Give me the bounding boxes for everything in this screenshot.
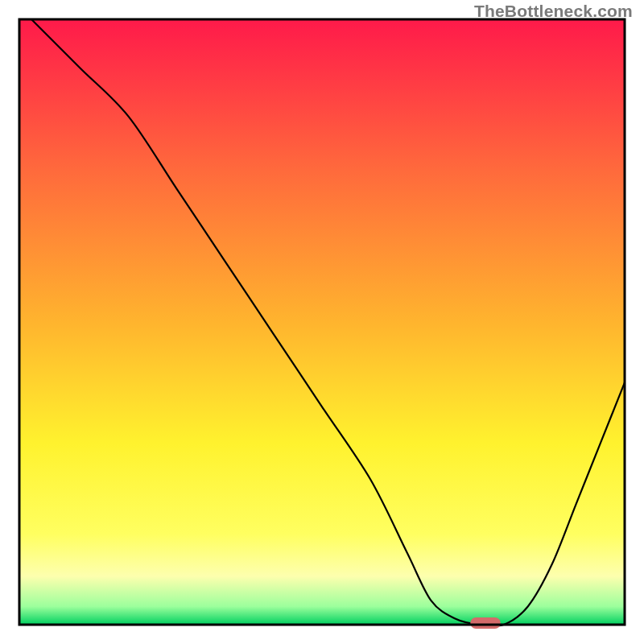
chart-container: TheBottleneck.com bbox=[0, 0, 644, 644]
watermark-label: TheBottleneck.com bbox=[474, 2, 633, 21]
bottleneck-chart bbox=[0, 0, 644, 644]
optimal-marker bbox=[470, 617, 501, 629]
chart-background bbox=[19, 19, 625, 625]
